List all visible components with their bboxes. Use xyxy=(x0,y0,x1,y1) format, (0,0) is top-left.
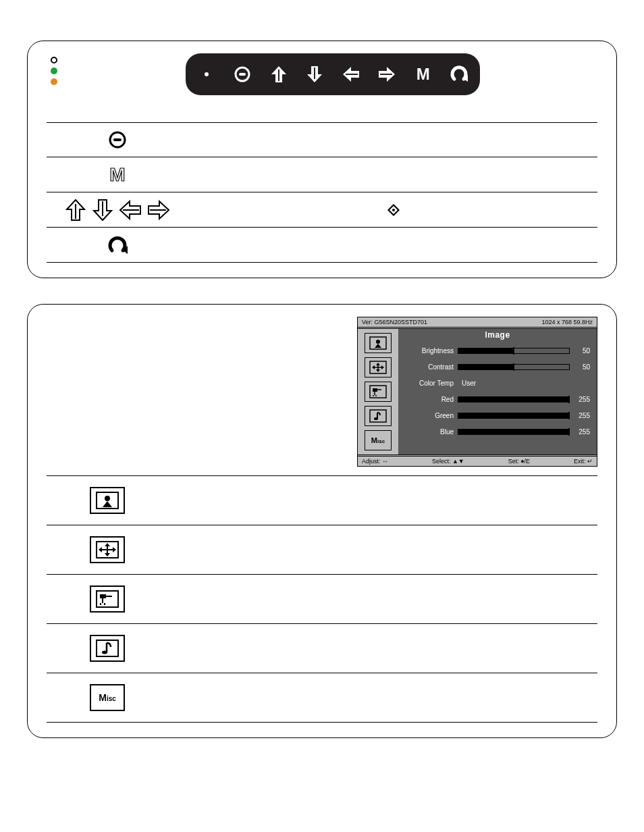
hint-exit: Exit: ↵ xyxy=(574,458,593,465)
up-arrow-icon xyxy=(263,65,294,84)
osd-ver-label: Ver: xyxy=(362,319,373,326)
return-icon xyxy=(106,234,129,257)
controls-panel: M M xyxy=(27,41,617,278)
right-arrow-icon xyxy=(146,199,171,222)
misc-tab-icon: Misc xyxy=(90,684,125,711)
return-icon xyxy=(444,64,475,84)
svg-rect-10 xyxy=(373,388,377,392)
table-row xyxy=(47,228,597,263)
osd-tab-audio[interactable] xyxy=(365,406,392,426)
osd-item-label: Blue xyxy=(405,428,458,436)
osd-item[interactable]: Contrast50 xyxy=(405,359,590,375)
osd-item-label: Green xyxy=(405,412,458,419)
osd-hints: Adjust: ↔ Select: ▲▼ Set: ●/E Exit: ↵ xyxy=(358,454,597,466)
power-ring-icon xyxy=(107,130,128,150)
osd-panel: Ver: G56SN20SSTD701 1024 x 768 59.8Hz Mi… xyxy=(27,304,617,738)
svg-rect-4 xyxy=(113,138,122,141)
osd-slider[interactable] xyxy=(458,364,570,370)
table-row xyxy=(47,525,597,575)
svg-rect-16 xyxy=(97,591,118,607)
menu-m-icon: M xyxy=(408,65,439,84)
osd-tab-strip: Misc xyxy=(358,329,398,454)
right-arrow-icon xyxy=(371,66,402,83)
osd-item[interactable]: Green255 xyxy=(405,407,590,423)
osd-ver: G56SN20SSTD701 xyxy=(375,319,428,326)
osd-item-value: 255 xyxy=(570,412,590,419)
table-row xyxy=(47,475,597,525)
osd-tab-image[interactable] xyxy=(365,333,392,353)
osd-slider[interactable] xyxy=(458,413,570,419)
svg-rect-2 xyxy=(239,73,246,76)
table-row xyxy=(47,122,597,157)
geometry-tab-icon xyxy=(90,536,125,563)
front-key-bar: M xyxy=(186,53,480,95)
osd-item-label: Color Temp xyxy=(405,380,458,387)
osd-slider[interactable] xyxy=(458,429,570,435)
hint-adjust: Adjust: ↔ xyxy=(362,458,388,465)
power-ring-icon xyxy=(227,66,258,83)
led-amber-icon xyxy=(51,78,57,85)
osd-item-label: Red xyxy=(405,396,458,403)
status-leds xyxy=(51,57,57,85)
table-row: Misc xyxy=(47,673,597,723)
up-arrow-icon xyxy=(64,198,87,222)
osd-slider[interactable] xyxy=(458,396,570,402)
power-dot-icon xyxy=(191,72,222,77)
image-tab-icon xyxy=(90,487,125,514)
left-arrow-icon xyxy=(336,66,367,83)
osd-item[interactable]: Red255 xyxy=(405,391,590,407)
led-off-icon xyxy=(51,57,57,63)
left-arrow-icon xyxy=(118,199,142,222)
down-arrow-icon xyxy=(299,65,330,84)
signal-tab-icon xyxy=(90,586,125,613)
svg-point-5 xyxy=(392,209,395,211)
osd-item-value: 255 xyxy=(570,396,590,403)
led-green-icon xyxy=(51,68,57,74)
osd-item[interactable]: Blue255 xyxy=(405,423,590,440)
osd-item-value: 50 xyxy=(570,347,590,355)
osd-item[interactable]: Color TempUser xyxy=(405,375,590,391)
osd-item-label: Brightness xyxy=(405,347,458,355)
table-row xyxy=(47,623,597,673)
osd-mode: 1024 x 768 59.8Hz xyxy=(541,319,593,326)
svg-rect-9 xyxy=(370,386,386,398)
down-arrow-icon xyxy=(91,198,114,222)
osd-item-label: Contrast xyxy=(405,363,458,371)
audio-tab-icon xyxy=(90,635,125,662)
svg-point-14 xyxy=(105,496,110,501)
table-row: M xyxy=(47,157,597,192)
controls-table: M xyxy=(47,122,597,263)
menu-m-icon: M xyxy=(109,164,125,186)
osd-tab-signal[interactable] xyxy=(365,382,392,402)
osd-title: Image xyxy=(405,330,590,342)
table-row xyxy=(47,192,597,228)
svg-point-12 xyxy=(374,417,378,420)
osd-tab-table: Misc xyxy=(47,475,597,723)
osd-slider[interactable] xyxy=(458,348,570,354)
hint-set: Set: ●/E xyxy=(508,458,530,465)
diamond-icon xyxy=(387,203,400,217)
osd-item-value: 50 xyxy=(570,363,590,371)
hint-select: Select: ▲▼ xyxy=(432,458,464,465)
table-row xyxy=(47,574,597,624)
osd-item-value: 255 xyxy=(570,428,590,436)
osd-tab-geometry[interactable] xyxy=(365,357,392,378)
svg-point-0 xyxy=(205,72,209,76)
svg-point-19 xyxy=(102,651,107,654)
osd-item-value: User xyxy=(458,380,570,387)
svg-rect-17 xyxy=(100,594,106,598)
osd-window: Ver: G56SN20SSTD701 1024 x 768 59.8Hz Mi… xyxy=(357,317,597,467)
osd-item[interactable]: Brightness50 xyxy=(405,342,590,359)
svg-point-7 xyxy=(376,340,380,344)
osd-tab-misc[interactable]: Misc xyxy=(365,430,392,450)
